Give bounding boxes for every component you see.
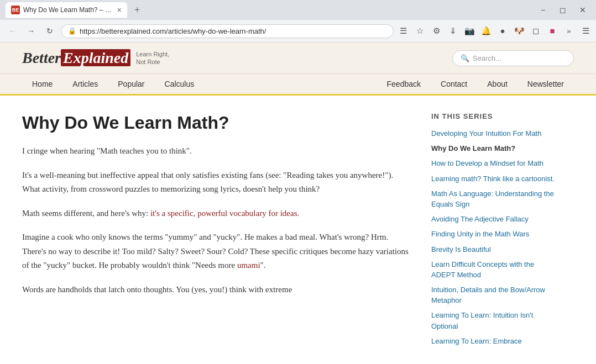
bookmarks-icon[interactable]: ☰ <box>397 25 409 37</box>
nav-newsletter[interactable]: Newsletter <box>517 74 574 94</box>
browser-titlebar: BE Why Do We Learn Math? – B... × + − ◻ … <box>0 0 596 20</box>
camera-icon[interactable]: 📷 <box>463 25 475 37</box>
logo-explained: Explained <box>61 49 130 66</box>
nav-articles[interactable]: Articles <box>62 74 108 94</box>
series-link-11[interactable]: Learning To Learn: Intuition Isn't Optio… <box>431 311 533 330</box>
main-content: Why Do We Learn Math? I cringe when hear… <box>0 96 596 363</box>
address-bar[interactable]: 🔒 https://betterexplained.com/articles/w… <box>61 24 394 38</box>
series-item-2-current[interactable]: Why Do We Learn Math? <box>431 143 558 154</box>
series-item-3[interactable]: How to Develop a Mindset for Math <box>431 158 558 168</box>
nav-left: Home Articles Popular Calculus <box>22 74 204 94</box>
series-item-7[interactable]: Finding Unity in the Math Wars <box>431 229 558 239</box>
series-link-7[interactable]: Finding Unity in the Math Wars <box>431 230 529 238</box>
series-link-5[interactable]: Math As Language: Understanding the Equa… <box>431 189 554 208</box>
new-tab-button[interactable]: + <box>129 2 145 18</box>
series-item-11[interactable]: Learning To Learn: Intuition Isn't Optio… <box>431 310 558 331</box>
star-icon[interactable]: ☆ <box>414 25 426 37</box>
article-title: Why Do We Learn Math? <box>22 112 409 133</box>
browser-tab[interactable]: BE Why Do We Learn Math? – B... × <box>6 2 127 18</box>
site-nav: Home Articles Popular Calculus Feedback … <box>0 74 596 96</box>
maximize-button[interactable]: ◻ <box>555 2 571 18</box>
umami-link[interactable]: umami <box>237 261 260 270</box>
tab-close-button[interactable]: × <box>117 6 122 14</box>
series-link-1[interactable]: Developing Your Intuition For Math <box>431 129 541 138</box>
browser-toolbar-icons: ☰ ☆ ⚙ ⇓ 📷 🔔 ● 🐶 ◻ ■ » ☰ <box>397 25 592 37</box>
reload-button[interactable]: ↻ <box>42 23 57 39</box>
nav-popular[interactable]: Popular <box>108 74 154 94</box>
article-paragraph-2: It's a well-meaning but ineffective appe… <box>22 168 409 197</box>
back-button[interactable]: ← <box>4 23 20 39</box>
nav-feedback[interactable]: Feedback <box>377 74 431 94</box>
series-link-6[interactable]: Avoiding The Adjective Fallacy <box>431 215 529 223</box>
series-link-3[interactable]: How to Develop a Mindset for Math <box>431 159 543 167</box>
search-box[interactable]: 🔍 Search... <box>452 50 574 66</box>
tab-title: Why Do We Learn Math? – B... <box>23 6 114 14</box>
article-paragraph-5: Words are handholds that latch onto thou… <box>22 283 409 297</box>
close-window-button[interactable]: ✕ <box>575 2 590 18</box>
nav-calculus[interactable]: Calculus <box>155 74 205 94</box>
extensions-icon[interactable]: ⚙ <box>430 25 442 37</box>
series-link-2[interactable]: Why Do We Learn Math? <box>431 144 515 152</box>
nav-home[interactable]: Home <box>22 74 62 94</box>
notification-icon[interactable]: 🔔 <box>480 25 492 37</box>
series-link-12[interactable]: Learning To Learn: Embrace <box>431 337 522 345</box>
series-heading: IN THIS SERIES <box>431 112 558 120</box>
series-list: Developing Your Intuition For Math Why D… <box>431 128 558 346</box>
nav-about[interactable]: About <box>477 74 517 94</box>
minimize-button[interactable]: − <box>535 2 551 18</box>
article-paragraph-1: I cringe when hearing "Math teaches you … <box>22 144 409 159</box>
series-item-8[interactable]: Brevity Is Beautiful <box>431 244 558 255</box>
browser-nav-bar: ← → ↻ 🔒 https://betterexplained.com/arti… <box>0 20 596 42</box>
logo[interactable]: BetterExplained <box>22 49 130 67</box>
download-icon[interactable]: ⇓ <box>447 25 459 37</box>
series-item-1[interactable]: Developing Your Intuition For Math <box>431 128 558 139</box>
series-link-8[interactable]: Brevity Is Beautiful <box>431 245 491 254</box>
logo-tagline: Learn Right, Not Rote <box>136 50 169 66</box>
site-header: BetterExplained Learn Right, Not Rote 🔍 … <box>0 43 596 74</box>
forward-button[interactable]: → <box>23 23 39 39</box>
sync-icon[interactable]: ◻ <box>530 25 542 37</box>
menu-icon[interactable]: ☰ <box>579 25 592 37</box>
series-item-4[interactable]: Learning math? Think like a cartoonist. <box>431 173 558 184</box>
logo-area[interactable]: BetterExplained Learn Right, Not Rote <box>22 49 169 67</box>
series-item-10[interactable]: Intuition, Details and the Bow/Arrow Met… <box>431 284 558 305</box>
series-item-6[interactable]: Avoiding The Adjective Fallacy <box>431 214 558 224</box>
ssl-lock-icon: 🔒 <box>68 27 76 35</box>
series-link-9[interactable]: Learn Difficult Concepts with the ADEPT … <box>431 260 534 279</box>
article-paragraph-4: Imagine a cook who only knows the terms … <box>22 230 409 273</box>
tab-favicon: BE <box>11 6 20 14</box>
series-item-5[interactable]: Math As Language: Understanding the Equa… <box>431 188 558 209</box>
more-tools-icon[interactable]: » <box>563 25 575 37</box>
sidebar: IN THIS SERIES Developing Your Intuition… <box>431 112 558 346</box>
nav-right: Feedback Contact About Newsletter <box>377 74 574 94</box>
pocket-icon[interactable]: ■ <box>546 25 558 37</box>
series-link-10[interactable]: Intuition, Details and the Bow/Arrow Met… <box>431 286 545 304</box>
article-paragraph-3: Math seems different, and here's why: it… <box>22 207 409 221</box>
series-item-9[interactable]: Learn Difficult Concepts with the ADEPT … <box>431 259 558 280</box>
address-text: https://betterexplained.com/articles/why… <box>80 27 266 35</box>
search-icon: 🔍 <box>461 54 469 62</box>
series-link-4[interactable]: Learning math? Think like a cartoonist. <box>431 175 555 183</box>
profile-icon[interactable]: 🐶 <box>513 25 525 37</box>
logo-better: Better <box>22 49 61 66</box>
nav-contact[interactable]: Contact <box>431 74 477 94</box>
series-item-12[interactable]: Learning To Learn: Embrace <box>431 336 558 346</box>
circle-icon[interactable]: ● <box>496 25 509 37</box>
article-body: Why Do We Learn Math? I cringe when hear… <box>22 112 409 346</box>
browser-chrome: BE Why Do We Learn Math? – B... × + − ◻ … <box>0 0 596 43</box>
search-placeholder: Search... <box>473 54 501 62</box>
